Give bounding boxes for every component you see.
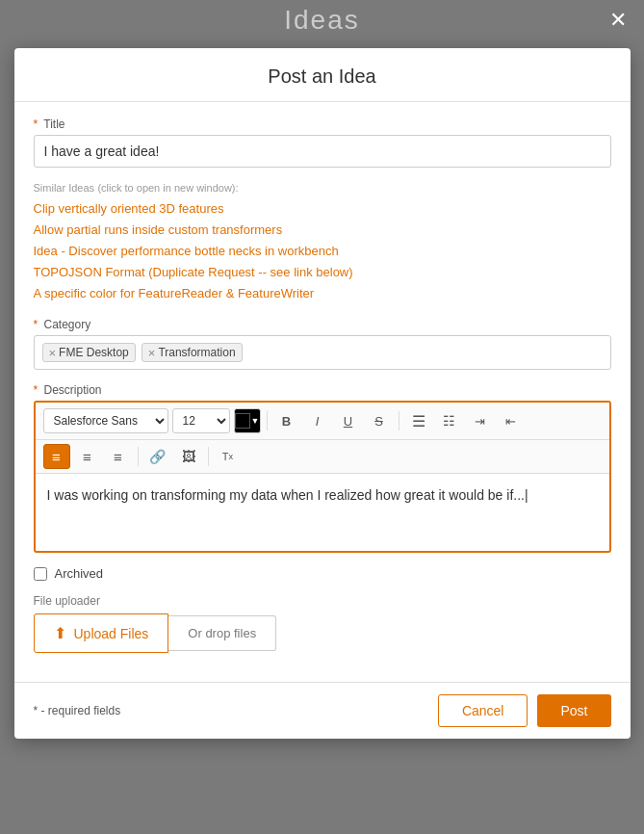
toolbar-divider-1 [267,411,268,430]
cancel-button[interactable]: Cancel [438,694,528,727]
editor-content[interactable]: I was working on transforming my data wh… [36,474,609,551]
bold-button[interactable]: B [273,408,300,433]
description-label: * Description [34,383,611,397]
similar-idea-link-0[interactable]: Clip vertically oriented 3D features [34,198,611,220]
title-input[interactable]: I have a great idea! [34,135,611,168]
modal-body: * Title I have a great idea! Similar Ide… [14,102,631,682]
similar-idea-link-2[interactable]: Idea - Discover performance bottle necks… [34,241,611,262]
similar-idea-link-1[interactable]: Allow partial runs inside custom transfo… [34,220,611,241]
post-button[interactable]: Post [537,694,610,727]
required-fields-note: * - required fields [34,704,121,717]
file-uploader-section: File uploader ⬆ Upload Files Or drop fil… [34,594,611,653]
modal-footer: * - required fields Cancel Post [14,682,631,739]
clear-formatting-button[interactable]: Tx [215,444,242,469]
archived-row: Archived [34,566,611,581]
outdent-button[interactable]: ⇤ [498,408,525,433]
unordered-list-button[interactable]: ☰ [405,408,432,433]
description-field-group: * Description Salesforce Sans 12 [34,383,611,553]
link-button[interactable]: 🔗 [144,444,171,469]
category-field-group: * Category × FME Desktop × Transformatio… [34,318,611,370]
drop-files-label: Or drop files [188,626,256,640]
tag-transformation-remove[interactable]: × [148,347,156,359]
similar-idea-link-4[interactable]: A specific color for FeatureReader & Fea… [34,283,611,304]
underline-button[interactable]: U [335,408,362,433]
category-tags-container[interactable]: × FME Desktop × Transformation [34,335,611,370]
align-right-button[interactable]: ≡ [105,444,132,469]
modal-title: Post an Idea [34,65,611,88]
drop-files-area[interactable]: Or drop files [168,615,276,651]
similar-ideas-label: Similar Ideas (click to open in new wind… [34,181,611,195]
description-required-star: * [34,383,39,397]
editor-text: I was working on transforming my data wh… [47,487,525,503]
color-swatch [235,413,250,429]
title-required-star: * [34,117,39,131]
font-size-select[interactable]: 12 [172,408,230,433]
ordered-list-button[interactable]: ☷ [436,408,463,433]
similar-ideas-section: Similar Ideas (click to open in new wind… [34,181,611,304]
upload-area: ⬆ Upload Files Or drop files [34,613,611,653]
editor-container: Salesforce Sans 12 ▼ B I U S [34,401,611,553]
upload-btn-label: Upload Files [74,626,149,641]
archived-checkbox[interactable] [34,567,47,581]
image-button[interactable]: 🖼 [175,444,202,469]
upload-icon: ⬆ [54,624,66,642]
post-idea-modal: Post an Idea * Title I have a great idea… [14,48,631,739]
close-button[interactable]: ✕ [609,10,627,31]
category-required-star: * [34,318,39,331]
italic-button[interactable]: I [304,408,331,433]
toolbar-divider-2 [399,411,399,430]
indent-button[interactable]: ⇥ [467,408,494,433]
font-family-select[interactable]: Salesforce Sans [43,408,168,433]
footer-buttons: Cancel Post [438,694,611,727]
editor-cursor [525,487,528,503]
editor-toolbar-row2: ≡ ≡ ≡ 🔗 🖼 Tx [36,440,609,474]
title-label: * Title [34,117,611,131]
category-label: * Category [34,318,611,331]
tag-fme-desktop: × FME Desktop [42,343,136,362]
color-dropdown-arrow: ▼ [251,416,260,426]
text-color-button[interactable]: ▼ [234,408,261,433]
modal-header: Post an Idea [14,48,631,102]
file-uploader-label: File uploader [34,594,611,608]
align-center-button[interactable]: ≡ [74,444,101,469]
app-background-title: Ideas [284,5,360,36]
editor-toolbar-row1: Salesforce Sans 12 ▼ B I U S [36,403,609,440]
align-left-button[interactable]: ≡ [43,444,70,469]
upload-files-button[interactable]: ⬆ Upload Files [34,613,169,653]
toolbar-divider-4 [208,447,209,466]
title-field-group: * Title I have a great idea! [34,117,611,168]
tag-transformation: × Transformation [142,343,243,362]
toolbar-divider-3 [138,447,139,466]
tag-fme-desktop-remove[interactable]: × [49,347,57,359]
archived-label: Archived [55,566,104,581]
strikethrough-button[interactable]: S [366,408,393,433]
modal-overlay: Ideas ✕ Post an Idea * Title I have a gr… [0,0,644,834]
similar-idea-link-3[interactable]: TOPOJSON Format (Duplicate Request -- se… [34,262,611,283]
